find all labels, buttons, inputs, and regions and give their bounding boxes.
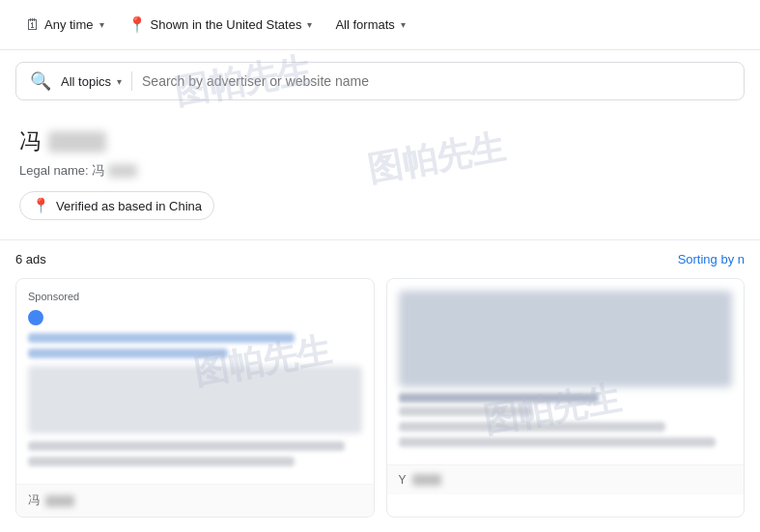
ad-desc-line-2: [28, 457, 295, 466]
legal-name-row: Legal name: 冯: [19, 162, 741, 180]
ad-image-1: [28, 366, 362, 434]
ad-footer-blurred-1: [45, 495, 74, 507]
location-chevron-icon: ▾: [307, 19, 312, 30]
ad-footer-text-2: Y: [399, 473, 407, 487]
advertiser-name-blurred: [48, 131, 106, 153]
topics-label: All topics: [61, 74, 111, 89]
verified-badge: 📍 Verified as based in China: [19, 191, 214, 220]
ads-grid: Sponsored 冯: [15, 278, 745, 518]
search-input[interactable]: [142, 73, 730, 89]
location-filter-label: Shown in the United States: [151, 17, 302, 32]
ads-count: 6 ads: [15, 252, 46, 266]
time-filter-label: Any time: [44, 17, 94, 32]
ad-image-large-2: [399, 291, 733, 387]
verified-location-icon: 📍: [32, 197, 50, 214]
filter-bar: 🗓 Any time ▾ 📍 Shown in the United State…: [0, 0, 760, 50]
advertiser-name: 冯: [19, 127, 741, 156]
search-bar: 🔍 All topics ▾: [15, 62, 745, 100]
format-filter-label: All formats: [335, 17, 394, 32]
ad-card-1[interactable]: Sponsored 冯: [15, 278, 375, 518]
ad-footer-2: Y: [387, 464, 745, 494]
ad-icon-row-1: [28, 310, 362, 325]
ads-section: 6 ads Sorting by n Sponsored: [0, 240, 760, 529]
topics-chevron-icon: ▾: [117, 76, 122, 87]
ad-footer-text-1: 冯: [28, 492, 40, 509]
search-divider: [131, 71, 132, 91]
ad-card-2-inner: [387, 279, 745, 464]
legal-name-blurred: [108, 164, 137, 178]
ad-footer-blurred-2: [412, 474, 441, 486]
ad-card-1-inner: Sponsored: [16, 279, 374, 484]
ad-desc-2b: [399, 437, 716, 447]
ad-favicon-1: [28, 310, 43, 325]
ad-title-line-2: [28, 349, 228, 358]
location-filter-button[interactable]: 📍 Shown in the United States ▾: [118, 10, 323, 40]
ad-desc-2a: [399, 422, 665, 432]
time-filter-button[interactable]: 🗓 Any time ▾: [15, 11, 114, 40]
advertiser-name-prefix: 冯: [19, 127, 41, 156]
ad-title-line-1: [28, 333, 295, 343]
advertiser-section: 冯 Legal name: 冯 📍 Verified as based in C…: [0, 112, 760, 240]
ad-title-blurred-2: [399, 393, 599, 403]
legal-name-text: Legal name: 冯: [19, 162, 104, 180]
ad-footer-1: 冯: [16, 484, 374, 517]
location-icon: 📍: [127, 15, 147, 34]
time-chevron-icon: ▾: [99, 19, 104, 30]
ad-desc-line-1: [28, 441, 345, 451]
search-icon: 🔍: [30, 70, 51, 92]
ads-meta-row: 6 ads Sorting by n: [15, 252, 745, 266]
format-chevron-icon: ▾: [401, 19, 406, 30]
format-filter-button[interactable]: All formats ▾: [325, 12, 414, 38]
sponsored-label-1: Sponsored: [28, 291, 362, 302]
calendar-icon: 🗓: [25, 16, 41, 34]
ad-content-1: [28, 366, 362, 434]
ad-subtitle-2: [399, 406, 532, 416]
ad-card-2[interactable]: Y: [386, 278, 746, 518]
sorting-label[interactable]: Sorting by n: [678, 252, 745, 266]
topics-dropdown-button[interactable]: All topics ▾: [61, 74, 122, 89]
verified-label: Verified as based in China: [56, 199, 202, 213]
